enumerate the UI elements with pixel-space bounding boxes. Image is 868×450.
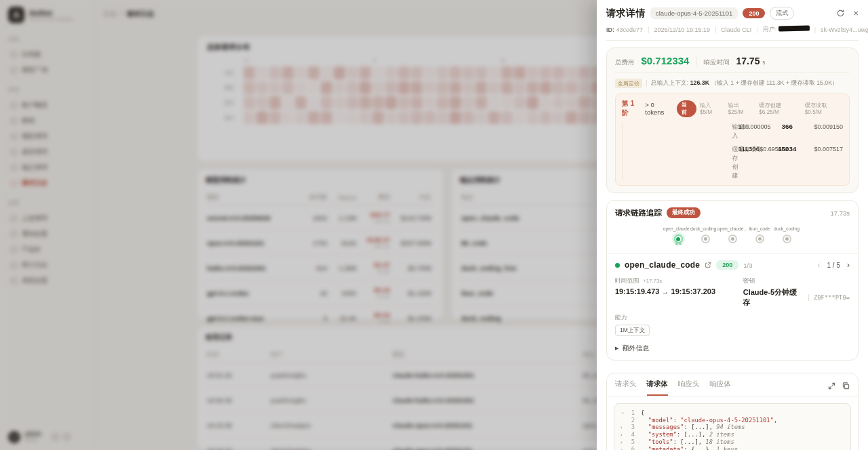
line-number: 2 <box>626 417 635 424</box>
capability-tag: 1M上下文 <box>615 325 650 336</box>
request-id: 43cede77 <box>616 26 644 33</box>
divider <box>622 123 623 180</box>
tier-rate: 输出 $25/M <box>728 102 754 115</box>
trace-node-idle-icon <box>728 234 737 243</box>
tier-usage-grid: 输入1$0.000005输出366$0.009150缓存创建111306$0.6… <box>622 123 843 180</box>
trace-node[interactable]: open_claude... <box>719 226 746 243</box>
trace-node-label: duck_coding... <box>690 226 720 231</box>
trace-node-label: ikun_code <box>749 226 770 231</box>
tier-cell-label: 缓存读取 <box>738 145 774 154</box>
external-link-icon[interactable] <box>705 262 711 268</box>
trace-node-idle-icon <box>783 234 791 243</box>
tier-cell-tokens: 366 <box>774 123 802 130</box>
trace-card: 请求链路追踪 最终成功 17.73s open_claude...duck_co… <box>606 200 859 361</box>
line-number: 1 <box>626 409 635 416</box>
close-icon[interactable]: × <box>853 9 859 18</box>
page-prev-icon[interactable]: ‹ <box>818 260 821 270</box>
trace-node-label: duck_coding <box>774 226 800 231</box>
time-range-field: 时间范围+17.73s 19:15:19.473 → 19:15:37.203 <box>615 277 743 308</box>
tier-usage-cell: 输入1$0.000005 <box>732 123 733 140</box>
tab-响应体[interactable]: 响应体 <box>710 380 732 396</box>
line-number: 3 <box>626 424 635 430</box>
collapse-chevron-icon[interactable]: › <box>620 432 626 438</box>
latency-value: 17.75 s <box>736 56 765 66</box>
trace-status-badge: 最终成功 <box>667 207 701 218</box>
page-next-icon[interactable]: › <box>847 260 850 270</box>
trace-node-detail-row: open_claude_code 200 1/3 ‹ 1 / 5 › <box>615 260 850 270</box>
code-line: ›1{ <box>620 409 845 417</box>
request-time: 2025/12/10 19:15:19 <box>654 26 710 33</box>
status-code-badge: 200 <box>743 8 765 18</box>
code-line: ›4 "system": [...], 2 items <box>620 431 845 438</box>
trace-node-name: open_claude_code <box>625 260 700 270</box>
trace-node-label: open_claude... <box>717 226 748 231</box>
json-code-viewer[interactable]: ›1{2 "model": "claude-opus-4-5-20251101"… <box>614 403 851 450</box>
node-status-badge: 200 <box>716 260 738 270</box>
tier-rate: 输入 $5/M <box>700 102 724 115</box>
trace-node-idle-icon <box>701 234 710 243</box>
trace-node[interactable]: duck_coding... <box>692 226 719 243</box>
pricing-tier-card: 第 1 阶 > 0 tokens 当前 输入 $5/M输出 $25/M缓存创建 … <box>615 94 850 186</box>
tier-range: > 0 tokens <box>645 101 673 116</box>
total-cost-value: $0.712334 <box>642 55 690 66</box>
key-name: Claude-5分钟缓存 <box>743 287 804 308</box>
payload-card: 请求头请求体响应头响应体 ›1{2 "model": "claude-opus-… <box>606 373 859 450</box>
tier-usage-cell: 缓存创建111306$0.695662 <box>732 145 733 180</box>
line-number: 4 <box>626 431 635 438</box>
trace-timeline: open_claude...duck_coding...open_claude.… <box>615 226 850 243</box>
code-line: 2 "model": "claude-opus-4-5-20251101", <box>620 417 845 424</box>
capability-field: 能力 1M上下文 <box>615 314 743 336</box>
expand-icon[interactable] <box>828 382 835 390</box>
tier-name: 第 1 阶 <box>622 99 642 118</box>
collapse-chevron-icon[interactable]: › <box>620 425 626 431</box>
key-masked-value: Z0F***PT0= <box>814 294 850 301</box>
api-key-masked: sk-WvzlSy4...uwgB <box>821 26 868 33</box>
collapse-chevron-icon[interactable]: › <box>620 440 626 446</box>
payload-tabs: 请求头请求体响应头响应体 <box>607 373 858 396</box>
tier-rates: 输入 $5/M输出 $25/M缓存创建 $6.25/M缓存读取 $0.5/M <box>700 102 843 115</box>
total-cost-label: 总费用 <box>615 58 635 67</box>
tier-cell-price: $0.007517 <box>801 146 843 152</box>
extra-info-toggle[interactable]: ▶ 额外信息 <box>615 344 850 353</box>
code-content: "model": "claude-opus-4-5-20251101", <box>641 417 777 424</box>
trace-node[interactable]: open_claude... <box>665 226 692 243</box>
code-line: ›3 "messages": [...], 94 items <box>620 424 845 431</box>
refresh-icon[interactable] <box>836 9 845 18</box>
code-content: "system": [...], 2 items <box>641 431 734 438</box>
context-detail: （输入 1 + 缓存创建 111.3K + 缓存读取 15.0K） <box>711 79 838 86</box>
triangle-right-icon: ▶ <box>615 346 618 351</box>
redacted-username <box>778 25 810 31</box>
trace-node-idle-icon <box>755 234 764 243</box>
tab-请求头[interactable]: 请求头 <box>615 380 637 396</box>
pricing-scope-badge: 全局定价 <box>615 79 642 88</box>
line-number: 5 <box>626 438 635 445</box>
cost-summary-card: 总费用 $0.712334 响应时间 17.75 s 全局定价 总输入上下文: … <box>606 47 859 193</box>
collapse-chevron-icon[interactable]: › <box>620 411 626 417</box>
code-content: "metadata": {...}, 1 keys <box>641 446 738 450</box>
code-content: { <box>641 409 644 416</box>
code-line: ›6 "metadata": {...}, 1 keys <box>620 446 845 450</box>
tier-cell-label: 输入 <box>732 123 738 140</box>
id-label: ID: <box>606 26 614 33</box>
trace-title: 请求链路追踪 <box>615 208 662 218</box>
latency-label: 响应时间 <box>703 58 729 67</box>
tab-响应头[interactable]: 响应头 <box>678 380 700 396</box>
client-name: Claude CLI <box>721 26 751 33</box>
collapse-chevron-icon[interactable]: › <box>620 447 626 450</box>
attempt-count: 1/3 <box>743 262 752 269</box>
time-delta: +17.73s <box>643 278 662 284</box>
time-range-value: 19:15:19.473 → 19:15:37.203 <box>615 287 743 295</box>
tab-请求体[interactable]: 请求体 <box>647 380 669 396</box>
line-number: 6 <box>626 446 635 450</box>
trace-node-label: open_claude... <box>663 226 694 231</box>
drawer-title: 请求详情 <box>606 7 646 20</box>
tier-cell-price: $0.009150 <box>801 123 843 130</box>
user-field: 用户: <box>763 25 810 34</box>
tier-rate: 缓存创建 $6.25/M <box>759 102 800 115</box>
tier-cell-tokens: 15034 <box>774 145 802 152</box>
code-content: "tools": [...], 18 items <box>641 438 734 445</box>
trace-node[interactable]: ikun_code <box>746 226 773 243</box>
trace-node[interactable]: duck_coding <box>773 226 800 243</box>
copy-icon[interactable] <box>842 382 850 390</box>
tier-rate: 缓存读取 $0.5/M <box>805 102 843 115</box>
